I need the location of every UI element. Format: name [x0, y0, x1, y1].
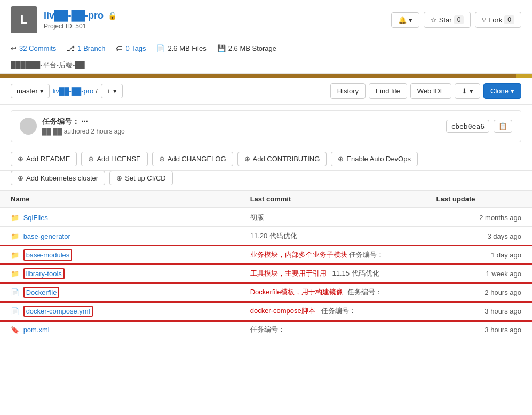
file-name-cell: 🔖 pom.xml: [0, 320, 240, 339]
file-name-cell: 📁 base-generator: [0, 227, 240, 246]
table-row: 📄 docker-compose.yml docker-compose脚本 任务…: [0, 302, 532, 320]
progress-bar-fill: [0, 74, 516, 78]
file-link[interactable]: library-tools: [23, 268, 65, 279]
add-k8s-label: Add Kubernetes cluster: [26, 174, 98, 182]
add-changelog-label: Add CHANGELOG: [168, 155, 226, 163]
update-cell: 3 days ago: [426, 227, 532, 246]
project-title: liv██-██-pro 🔒 Project ID: 501: [44, 10, 117, 30]
plus-icon: +: [107, 87, 111, 95]
commit-cell: 业务模块，内部多个业务子模块 任务编号：: [240, 246, 426, 264]
commit-message: 任务编号： ···: [42, 117, 125, 127]
history-button[interactable]: History: [330, 83, 366, 99]
table-row: 📁 base-modules 业务模块，内部多个业务子模块 任务编号： 1 da…: [0, 246, 532, 264]
web-ide-button[interactable]: Web IDE: [410, 83, 452, 99]
commits-link[interactable]: 32 Commits: [19, 44, 56, 52]
stat-branches: ⎇ 1 Branch: [67, 44, 105, 52]
add-changelog-button[interactable]: ⊕ Add CHANGELOG: [152, 152, 233, 166]
file-name-cell: 📄 docker-compose.yml: [0, 302, 240, 320]
folder-icon: 📁: [11, 232, 19, 240]
action-buttons-bar: ⊕ Add README ⊕ Add LICENSE ⊕ Add CHANGEL…: [0, 147, 532, 171]
file-link[interactable]: base-generator: [23, 232, 70, 240]
file-link[interactable]: docker-compose.yml: [23, 306, 93, 317]
setup-cicd-label: Set up CI/CD: [125, 174, 166, 182]
stat-commits: ↩ 32 Commits: [11, 44, 56, 52]
commit-left: 任务编号： ··· ██ ██ authored 2 hours ago: [20, 117, 125, 135]
project-info: L liv██-██-pro 🔒 Project ID: 501: [11, 6, 117, 33]
repo-controls: master ▾ liv██-██-pro / + ▾ History Find…: [0, 78, 532, 105]
update-cell: 1 week ago: [426, 264, 532, 283]
repo-controls-right: History Find file Web IDE ⬇ ▾ Clone ▾: [330, 83, 521, 99]
fork-count: 0: [504, 15, 514, 24]
commit-cell: docker-compose脚本 任务编号：: [240, 302, 426, 320]
breadcrumb: ██████-平台-后端-██: [0, 57, 532, 74]
plus-icon: ⊕: [88, 155, 94, 163]
storage-icon: 💾: [217, 44, 226, 52]
find-file-button[interactable]: Find file: [369, 83, 407, 99]
enable-autodevops-button[interactable]: ⊕ Enable Auto DevOps: [331, 152, 418, 166]
file-link[interactable]: pom.xml: [23, 326, 50, 334]
notify-button[interactable]: 🔔 ▾: [391, 12, 419, 28]
clone-button[interactable]: Clone ▾: [483, 83, 521, 99]
branches-link[interactable]: 1 Branch: [77, 44, 105, 52]
project-name-text: liv██-██-pro: [44, 10, 104, 21]
xml-icon: 🔖: [11, 326, 19, 334]
add-contributing-button[interactable]: ⊕ Add CONTRIBUTING: [237, 152, 327, 166]
plus-icon: ⊕: [18, 155, 23, 163]
folder-icon: 📁: [11, 214, 19, 222]
update-cell: 2 months ago: [426, 208, 532, 227]
add-license-button[interactable]: ⊕ Add LICENSE: [81, 152, 147, 166]
file-icon: 📄: [11, 288, 19, 296]
commit-prefix: 业务模块，内部多个业务子模块: [250, 250, 347, 259]
commit-suffix: 任务编号：: [317, 307, 355, 315]
th-name: Name: [0, 191, 240, 208]
stat-tags: 🏷 0 Tags: [116, 44, 146, 52]
clone-label: Clone: [490, 87, 509, 95]
copy-icon: 📋: [498, 122, 507, 130]
clone-chevron-icon: ▾: [511, 87, 514, 95]
file-link[interactable]: Dockerfile: [23, 287, 60, 298]
commit-avatar: [20, 118, 37, 135]
branch-chevron-icon: ▾: [40, 87, 44, 95]
commit-right: cbeb0ea6 📋: [446, 120, 512, 133]
th-last-commit: Last commit: [240, 191, 426, 208]
file-link[interactable]: SqlFiles: [23, 214, 48, 222]
add-readme-label: Add README: [26, 155, 70, 163]
download-button[interactable]: ⬇ ▾: [455, 83, 480, 99]
enable-autodevops-label: Enable Auto DevOps: [346, 155, 411, 163]
plus-icon: ⊕: [338, 155, 344, 163]
update-cell: 2 hours ago: [426, 283, 532, 302]
star-label: Star: [439, 16, 452, 24]
star-button[interactable]: ☆ Star 0: [424, 12, 471, 28]
fork-button[interactable]: ⑂ Fork 0: [475, 12, 521, 28]
commit-info-box: 任务编号： ··· ██ ██ authored 2 hours ago cbe…: [11, 110, 521, 142]
copy-hash-button[interactable]: 📋: [494, 120, 512, 133]
folder-icon: 📁: [11, 270, 19, 278]
star-count: 0: [454, 15, 464, 24]
top-bar: L liv██-██-pro 🔒 Project ID: 501 🔔 ▾ ☆ S…: [0, 0, 532, 40]
branch-selector[interactable]: master ▾: [11, 84, 50, 98]
file-name-cell: 📁 base-modules: [0, 246, 240, 264]
file-link[interactable]: base-modules: [23, 249, 73, 261]
top-actions: 🔔 ▾ ☆ Star 0 ⑂ Fork 0: [391, 12, 521, 28]
plus-icon: ⊕: [244, 155, 250, 163]
update-cell: 1 day ago: [426, 246, 532, 264]
file-table: Name Last commit Last update 📁 SqlFiles …: [0, 190, 532, 339]
branch-name: master: [17, 87, 38, 95]
th-last-update: Last update: [426, 191, 532, 208]
add-readme-button[interactable]: ⊕ Add README: [11, 152, 77, 166]
add-k8s-button[interactable]: ⊕ Add Kubernetes cluster: [11, 171, 105, 185]
commit-cell: 11.20 代码优化: [240, 227, 426, 246]
repo-link[interactable]: liv██-██-pro: [53, 87, 94, 95]
file-name-cell: 📄 Dockerfile: [0, 283, 240, 302]
setup-cicd-button[interactable]: ⊕ Set up CI/CD: [109, 171, 173, 185]
add-file-button[interactable]: + ▾: [101, 84, 123, 98]
branch-icon: ⎇: [67, 44, 75, 52]
download-chevron-icon: ▾: [470, 87, 473, 95]
commit-prefix: Dockerfile模板，用于构建镜像: [250, 288, 344, 296]
tags-link[interactable]: 0 Tags: [125, 44, 146, 52]
commit-cell: Dockerfile模板，用于构建镜像 任务编号：: [240, 283, 426, 302]
stat-files: 📄 2.6 MB Files: [156, 44, 206, 52]
project-avatar: L: [11, 6, 37, 33]
path-separator: /: [96, 87, 98, 95]
commit-cell: 工具模块，主要用于引用 11.15 代码优化: [240, 264, 426, 283]
